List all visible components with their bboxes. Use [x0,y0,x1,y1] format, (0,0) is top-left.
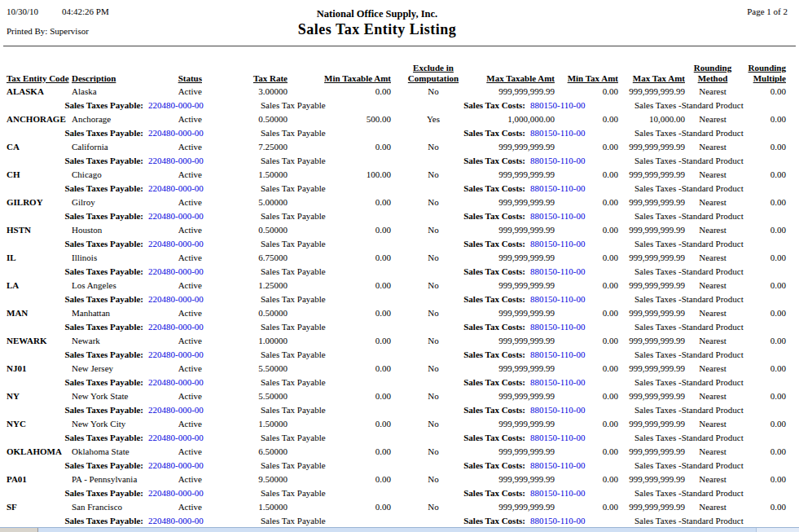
costs-account-link[interactable]: 880150-110-00 [530,237,585,250]
sales-tax-costs-label: Sales Tax Costs: [379,348,525,361]
rounding-method-cell: Nearest [688,389,737,402]
payable-account-description: Sales Tax Payable [261,126,326,139]
costs-account-link[interactable]: 880150-110-00 [530,320,585,333]
rounding-multiple-cell: 0.00 [737,168,786,181]
payable-account-link[interactable]: 220480-000-00 [148,514,204,527]
payable-account-link[interactable]: 220480-000-00 [148,126,204,139]
costs-account-link[interactable]: 880150-110-00 [530,265,585,278]
header-status: Status [155,73,202,84]
payable-account-link[interactable]: 220480-000-00 [148,376,204,389]
payable-account-description: Sales Tax Payable [261,403,326,416]
payable-account-link[interactable]: 220480-000-00 [148,237,204,250]
costs-account-link[interactable]: 880150-110-00 [530,209,585,222]
sales-taxes-payable-label: Sales Taxes Payable: [7,154,143,167]
rounding-method-cell: Nearest [688,251,737,264]
costs-account-link[interactable]: 880150-110-00 [530,126,585,139]
tax-rate-cell: 5.50000 [204,389,288,402]
status-cell: Active [155,112,202,125]
min-taxable-cell: 0.00 [289,306,391,319]
table-body: ALASKA Alaska Active 3.00000 0.00 No 999… [0,85,799,528]
costs-account-description: Sales Taxes -Standard Product [634,486,744,499]
max-taxable-cell: 999,999,999.99 [476,362,555,375]
min-taxable-cell: 0.00 [289,500,391,513]
min-taxable-cell: 0.00 [289,473,391,486]
costs-account-link[interactable]: 880150-110-00 [530,182,585,195]
max-tax-cell: 999,999,999.99 [620,140,685,153]
rounding-method-cell: Nearest [688,168,737,181]
entity-code: SF [7,500,70,513]
max-taxable-cell: 999,999,999.99 [476,500,555,513]
payable-account-link[interactable]: 220480-000-00 [148,292,204,306]
payable-account-link[interactable]: 220480-000-00 [148,348,204,361]
costs-account-link[interactable]: 880150-110-00 [530,348,585,361]
payable-account-description: Sales Tax Payable [261,320,326,333]
payable-account-link[interactable]: 220480-000-00 [148,320,204,333]
entity-code: GILROY [7,196,70,209]
min-tax-cell: 0.00 [556,417,618,430]
entity-line: NYC New York City Active 1.50000 0.00 No… [0,417,799,431]
payable-account-link[interactable]: 220480-000-00 [148,182,204,195]
payable-account-link[interactable]: 220480-000-00 [148,265,204,278]
entity-line: OKLAHOMA Oklahoma State Active 6.50000 0… [0,445,799,459]
rounding-multiple-cell: 0.00 [737,334,786,347]
rounding-multiple-cell: 0.00 [737,362,786,375]
exclude-cell: No [393,445,474,458]
sales-tax-costs-label: Sales Tax Costs: [379,99,525,112]
min-taxable-cell: 0.00 [289,140,391,153]
horizontal-scrollbar-thumb[interactable] [0,528,38,532]
min-taxable-cell: 0.00 [289,223,391,236]
costs-account-link[interactable]: 880150-110-00 [530,403,585,416]
min-tax-cell: 0.00 [556,251,618,264]
min-taxable-cell: 0.00 [289,334,391,347]
min-tax-cell: 0.00 [556,112,618,125]
costs-account-link[interactable]: 880150-110-00 [530,486,585,499]
costs-account-link[interactable]: 880150-110-00 [530,292,585,306]
sales-tax-costs-label: Sales Tax Costs: [379,237,525,250]
costs-account-description: Sales Taxes -Standard Product [634,126,744,139]
costs-account-link[interactable]: 880150-110-00 [530,99,585,112]
costs-account-link[interactable]: 880150-110-00 [530,431,585,444]
max-tax-cell: 999,999,999.99 [620,85,685,98]
status-cell: Active [155,140,202,153]
costs-account-link[interactable]: 880150-110-00 [530,154,585,167]
sales-tax-costs-label: Sales Tax Costs: [379,292,525,306]
payable-account-description: Sales Tax Payable [261,431,326,444]
entity-code: LA [7,279,70,292]
entity-line: NJ01 New Jersey Active 5.50000 0.00 No 9… [0,362,799,376]
costs-account-description: Sales Taxes -Standard Product [634,99,744,112]
max-taxable-cell: 999,999,999.99 [476,473,555,486]
rounding-multiple-cell: 0.00 [737,473,786,486]
page-title: Sales Tax Entity Listing [0,21,754,38]
sales-taxes-payable-label: Sales Taxes Payable: [7,209,143,222]
costs-account-link[interactable]: 880150-110-00 [530,376,585,389]
costs-account-link[interactable]: 880150-110-00 [530,459,585,472]
entity-code: PA01 [7,473,70,486]
account-line: Sales Taxes Payable: 220480-000-00 Sales… [0,99,799,112]
payable-account-link[interactable]: 220480-000-00 [148,403,204,416]
payable-account-link[interactable]: 220480-000-00 [148,99,204,112]
status-cell: Active [155,445,202,458]
payable-account-link[interactable]: 220480-000-00 [148,209,204,222]
table-row: CA California Active 7.25000 0.00 No 999… [0,140,799,168]
header-min-tax-amt: Min Tax Amt [556,73,618,84]
costs-account-description: Sales Taxes -Standard Product [634,265,744,278]
tax-rate-cell: 6.75000 [204,251,288,264]
max-taxable-cell: 999,999,999.99 [476,140,555,153]
table-header-row: Tax Entity Code Description Status Tax R… [0,61,799,84]
payable-account-description: Sales Tax Payable [261,237,326,250]
payable-account-link[interactable]: 220480-000-00 [148,154,204,167]
table-row: NJ01 New Jersey Active 5.50000 0.00 No 9… [0,362,799,389]
tax-rate-cell: 0.50000 [204,112,288,125]
max-taxable-cell: 999,999,999.99 [476,445,555,458]
payable-account-link[interactable]: 220480-000-00 [148,459,204,472]
costs-account-link[interactable]: 880150-110-00 [530,514,585,527]
payable-account-description: Sales Tax Payable [261,209,326,222]
payable-account-link[interactable]: 220480-000-00 [148,486,204,499]
rounding-method-cell: Nearest [688,473,737,486]
status-cell: Active [155,306,202,319]
costs-account-description: Sales Taxes -Standard Product [634,431,744,444]
payable-account-link[interactable]: 220480-000-00 [148,431,204,444]
min-taxable-cell: 0.00 [289,445,391,458]
entity-code: NYC [7,417,70,430]
account-line: Sales Taxes Payable: 220480-000-00 Sales… [0,292,799,306]
